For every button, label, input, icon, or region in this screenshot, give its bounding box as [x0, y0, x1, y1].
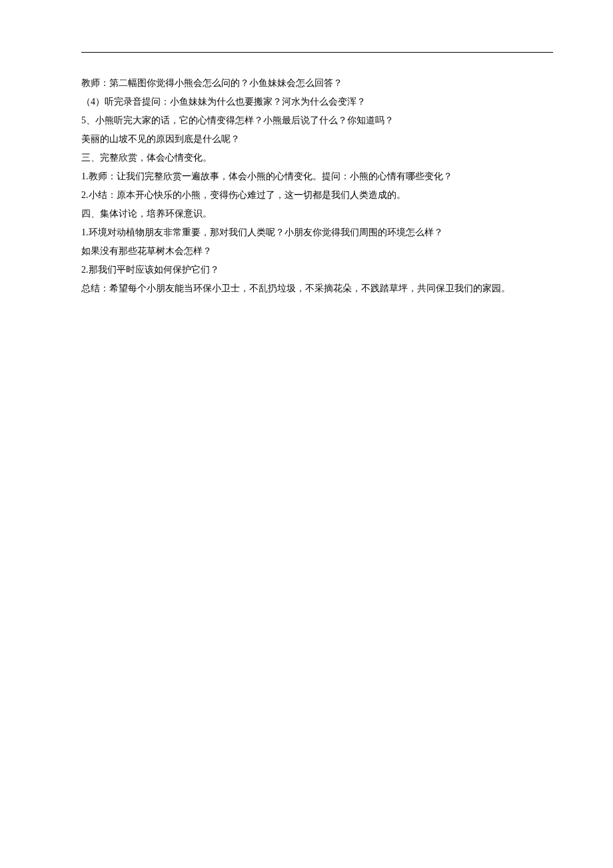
- text-line: 如果没有那些花草树木会怎样？: [81, 242, 553, 261]
- text-line: 1.环境对动植物朋友非常重要，那对我们人类呢？小朋友你觉得我们周围的环境怎么样？: [81, 223, 553, 242]
- text-line: 1.教师：让我们完整欣赏一遍故事，体会小熊的心情变化。提问：小熊的心情有哪些变化…: [81, 167, 553, 186]
- text-line: 5、小熊听完大家的话，它的心情变得怎样？小熊最后说了什么？你知道吗？: [81, 111, 553, 130]
- text-line: 美丽的山坡不见的原因到底是什么呢？: [81, 130, 553, 149]
- document-content: 教师：第二幅图你觉得小熊会怎么问的？小鱼妹妹会怎么回答？ （4）听完录音提问：小…: [0, 0, 613, 298]
- top-divider: [81, 52, 553, 53]
- text-line: 总结：希望每个小朋友能当环保小卫士，不乱扔垃圾，不采摘花朵，不践踏草坪，共同保卫…: [81, 279, 553, 298]
- text-line: 2.那我们平时应该如何保护它们？: [81, 261, 553, 279]
- text-line: 2.小结：原本开心快乐的小熊，变得伤心难过了，这一切都是我们人类造成的。: [81, 186, 553, 205]
- text-line: 四、集体讨论，培养环保意识。: [81, 205, 553, 223]
- text-line: 三、完整欣赏，体会心情变化。: [81, 149, 553, 167]
- text-line: 教师：第二幅图你觉得小熊会怎么问的？小鱼妹妹会怎么回答？: [81, 74, 553, 93]
- text-line: （4）听完录音提问：小鱼妹妹为什么也要搬家？河水为什么会变浑？: [81, 93, 553, 111]
